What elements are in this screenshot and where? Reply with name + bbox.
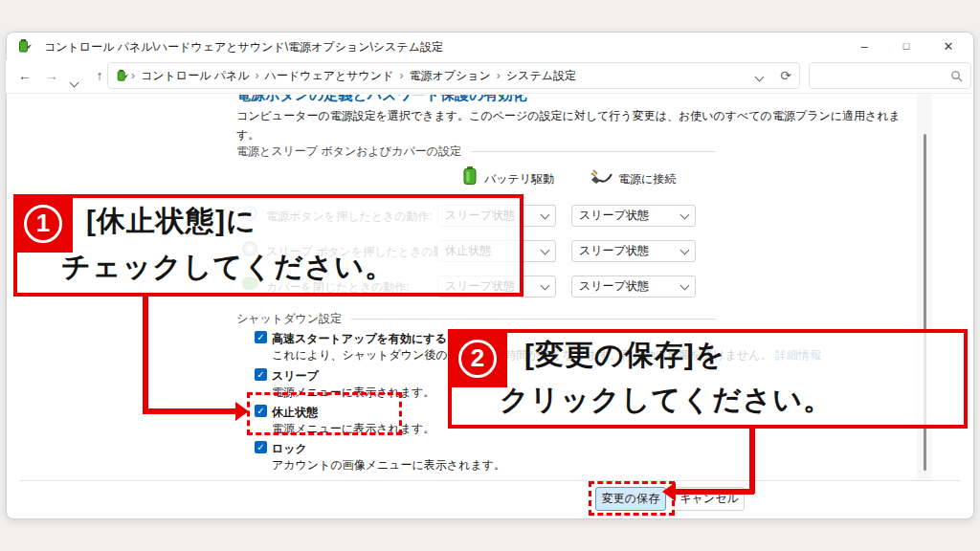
sleep-checkbox[interactable]: ✓ [255, 368, 267, 381]
breadcrumb-separator: › [397, 69, 405, 82]
breadcrumb-control-panel[interactable]: コントロール パネル [137, 68, 254, 84]
close-button[interactable]: ✕ [927, 33, 969, 59]
chevron-down-icon [541, 209, 550, 219]
lock-label: ロック [272, 441, 307, 457]
plug-icon [590, 168, 612, 184]
step1-callout: 1 [休止状態]に チェックしてください。 [13, 194, 523, 297]
step1-connector-horizontal [143, 408, 236, 414]
breadcrumb-separator: › [254, 69, 261, 82]
step1-text-line1: [休止状態]に [86, 202, 256, 241]
power-options-icon [17, 38, 33, 54]
step2-text-line1: [変更の保存]を [524, 336, 724, 375]
lock-checkbox[interactable]: ✓ [255, 441, 267, 453]
breadcrumb-separator: › [495, 69, 502, 82]
step1-number-badge: 1 [13, 194, 73, 253]
chevron-down-icon [541, 280, 550, 290]
step2-number: 2 [458, 340, 497, 378]
back-icon[interactable]: ← [13, 68, 36, 83]
breadcrumb-hardware-sound[interactable]: ハードウェアとサウンド [261, 68, 398, 84]
step2-connector-horizontal [674, 489, 754, 495]
step1-number: 1 [24, 205, 62, 243]
lid-close-plugged-select[interactable]: スリープ状態 [571, 276, 696, 298]
maximize-button[interactable]: □ [885, 33, 927, 59]
page-heading-clipped: 電源ボタンの定義とパスワード保護の有効化 [236, 95, 734, 103]
power-section-title: 電源とスリープ ボタンおよびカバーの設定 [236, 143, 461, 160]
address-dropdown-chevron-icon[interactable] [756, 67, 763, 84]
window-title: コントロール パネル\ハードウェアとサウンド\電源オプション\システム設定 [44, 39, 443, 55]
breadcrumb-separator: › [129, 69, 137, 82]
hibernate-highlight-box [247, 392, 402, 435]
battery-icon [463, 166, 477, 185]
shutdown-section-header: シャットダウン設定 [236, 311, 716, 327]
lock-desc: アカウントの画像メニューに表示されます。 [272, 457, 505, 474]
window-controls: – □ ✕ [843, 33, 969, 59]
step1-arrow-icon [235, 402, 249, 421]
section-divider [351, 319, 716, 320]
sleep-label: スリープ [272, 368, 319, 385]
step2-number-badge: 2 [448, 329, 507, 387]
chevron-down-icon [541, 245, 550, 254]
step2-text-line2: クリックしてください。 [500, 381, 833, 420]
chevron-down-icon [680, 245, 690, 254]
search-icon [950, 70, 963, 82]
step2-arrow-icon [662, 482, 676, 501]
section-divider [471, 151, 716, 152]
breadcrumb-system-settings[interactable]: システム設定 [502, 68, 580, 84]
battery-column-header: バッテリ駆動 [484, 171, 554, 187]
power-options-icon [116, 69, 129, 82]
footer-divider [19, 480, 961, 481]
step1-connector-vertical [143, 297, 148, 414]
forward-icon[interactable]: → [40, 68, 63, 83]
shutdown-section-title: シャットダウン設定 [236, 311, 342, 327]
minimize-button[interactable]: – [843, 33, 885, 59]
chevron-down-icon [680, 280, 690, 290]
breadcrumb-power-options[interactable]: 電源オプション [405, 68, 494, 84]
intro-text: コンピューターの電源設定を選択できます。このページの設定に対して行う変更は、お使… [236, 107, 914, 145]
step1-text-line2: チェックしてください。 [61, 248, 394, 287]
fast-startup-checkbox[interactable]: ✓ [255, 331, 267, 343]
title-bar: コントロール パネル\ハードウェアとサウンド\電源オプション\システム設定 [6, 32, 972, 60]
search-input[interactable] [809, 62, 971, 89]
refresh-icon[interactable]: ⟳ [780, 68, 791, 83]
address-bar[interactable]: › コントロール パネル › ハードウェアとサウンド › 電源オプション › シ… [107, 62, 800, 89]
step2-callout: 2 [変更の保存]を クリックしてください。 [448, 329, 968, 429]
plugged-column-header: 電源に接続 [618, 171, 676, 187]
power-section-header: 電源とスリープ ボタンおよびカバーの設定 [236, 143, 716, 160]
sleep-button-plugged-select[interactable]: スリープ状態 [571, 240, 696, 262]
power-button-plugged-select[interactable]: スリープ状態 [571, 205, 696, 227]
step2-connector-vertical [749, 429, 755, 494]
recent-pages-chevron-icon[interactable] [71, 73, 78, 90]
chevron-down-icon [680, 209, 690, 219]
